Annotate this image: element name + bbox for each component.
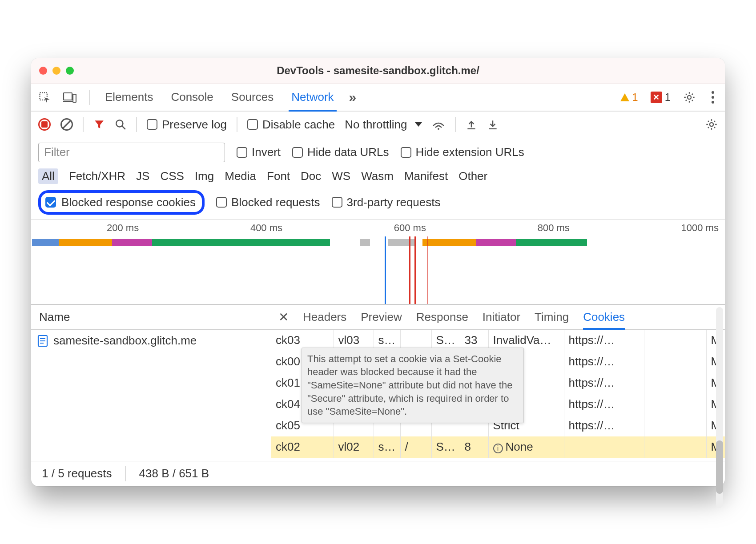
svg-point-7 xyxy=(438,128,439,130)
network-toolbar: Preserve log Disable cache No throttling xyxy=(31,112,725,138)
type-js[interactable]: JS xyxy=(136,169,149,183)
invert-checkbox[interactable]: Invert xyxy=(237,145,281,159)
upload-har-icon[interactable] xyxy=(466,119,477,130)
issues-warning-badge[interactable]: 1 xyxy=(619,91,638,104)
clear-button[interactable] xyxy=(60,118,73,131)
network-conditions-icon[interactable] xyxy=(432,119,445,130)
close-detail-button[interactable]: ✕ xyxy=(278,310,289,324)
scrollbar[interactable] xyxy=(716,307,723,486)
type-all[interactable]: All xyxy=(38,168,58,184)
scrollbar-thumb[interactable] xyxy=(716,440,723,486)
disable-cache-checkbox[interactable]: Disable cache xyxy=(247,118,335,132)
detail-tab-preview[interactable]: Preview xyxy=(361,305,402,329)
type-ws[interactable]: WS xyxy=(332,169,350,183)
tab-console[interactable]: Console xyxy=(168,84,216,111)
chevron-down-icon xyxy=(415,122,422,127)
svg-rect-1 xyxy=(64,93,72,100)
detail-tab-initiator[interactable]: Initiator xyxy=(483,305,520,329)
request-row[interactable]: samesite-sandbox.glitch.me xyxy=(31,330,271,352)
search-icon[interactable] xyxy=(115,119,126,130)
svg-point-5 xyxy=(116,120,123,127)
svg-point-10 xyxy=(710,123,713,126)
blocked-requests-checkbox[interactable]: Blocked requests xyxy=(216,196,320,209)
window-title: DevTools - samesite-sandbox.glitch.me/ xyxy=(31,64,725,77)
document-icon xyxy=(37,335,48,347)
timeline-ticks: 200 ms 400 ms 600 ms 800 ms 1000 ms xyxy=(31,222,719,234)
traffic-lights xyxy=(39,67,74,75)
svg-line-6 xyxy=(122,126,125,129)
status-bar: 1 / 5 requests 438 B / 651 B xyxy=(31,461,725,486)
dom-content-loaded-line xyxy=(385,236,386,304)
svg-rect-3 xyxy=(73,94,76,102)
record-button[interactable] xyxy=(38,118,51,131)
errors-badge[interactable]: ✕1 xyxy=(651,91,671,104)
blocked-response-cookies-checkbox[interactable]: Blocked response cookies xyxy=(38,190,205,215)
preserve-log-checkbox[interactable]: Preserve log xyxy=(147,118,227,132)
hide-extension-urls-checkbox[interactable]: Hide extension URLs xyxy=(401,145,524,159)
kebab-menu-icon[interactable] xyxy=(708,91,718,104)
device-toolbar-icon[interactable] xyxy=(63,92,76,103)
checkbox-checked-icon xyxy=(45,197,56,208)
divider xyxy=(89,90,90,105)
detail-tab-response[interactable]: Response xyxy=(416,305,468,329)
type-manifest[interactable]: Manifest xyxy=(404,169,448,183)
requests-list: Name samesite-sandbox.glitch.me xyxy=(31,305,271,461)
svg-point-4 xyxy=(688,95,691,99)
devtools-tabs: Elements Console Sources Network » 1 ✕1 xyxy=(31,84,725,112)
detail-tab-cookies[interactable]: Cookies xyxy=(583,305,625,329)
transfer-size: 438 B / 651 B xyxy=(139,467,209,480)
minimize-window-button[interactable] xyxy=(52,67,60,75)
inspect-element-icon[interactable] xyxy=(38,91,51,104)
tab-network[interactable]: Network xyxy=(289,84,336,111)
filter-icon[interactable] xyxy=(93,119,105,130)
cookie-row[interactable]: ck02vl02s…/S…8iNoneM. xyxy=(271,436,725,458)
window-titlebar: DevTools - samesite-sandbox.glitch.me/ xyxy=(31,58,725,84)
network-filter-bar: Filter Invert Hide data URLs Hide extens… xyxy=(31,138,725,220)
type-font[interactable]: Font xyxy=(267,169,290,183)
type-media[interactable]: Media xyxy=(225,169,256,183)
overview-bar-2 xyxy=(360,239,587,246)
type-doc[interactable]: Doc xyxy=(301,169,321,183)
maximize-window-button[interactable] xyxy=(66,67,74,75)
hide-data-urls-checkbox[interactable]: Hide data URLs xyxy=(292,145,389,159)
overview-bar-1 xyxy=(32,239,330,246)
third-party-requests-checkbox[interactable]: 3rd-party requests xyxy=(332,196,441,209)
type-other[interactable]: Other xyxy=(458,169,487,183)
close-window-button[interactable] xyxy=(39,67,47,75)
load-event-line xyxy=(409,236,410,304)
info-icon: i xyxy=(493,444,503,453)
type-wasm[interactable]: Wasm xyxy=(361,169,394,183)
tab-sources[interactable]: Sources xyxy=(229,84,276,111)
type-fetch[interactable]: Fetch/XHR xyxy=(69,169,125,183)
request-detail-pane: ✕ Headers Preview Response Initiator Tim… xyxy=(271,305,725,461)
download-har-icon[interactable] xyxy=(487,119,499,130)
request-name: samesite-sandbox.glitch.me xyxy=(53,334,197,348)
throttling-select[interactable]: No throttling xyxy=(345,118,422,132)
panel-settings-icon[interactable] xyxy=(705,118,718,131)
detail-tabs: ✕ Headers Preview Response Initiator Tim… xyxy=(271,305,725,330)
cookies-grid[interactable]: ck03vl03s…S…33InvalidVa…https://…M.ck00v… xyxy=(271,330,725,461)
type-css[interactable]: CSS xyxy=(160,169,184,183)
filter-input[interactable]: Filter xyxy=(38,143,225,162)
type-img[interactable]: Img xyxy=(195,169,214,183)
more-tabs-icon[interactable]: » xyxy=(349,90,357,105)
detail-tab-headers[interactable]: Headers xyxy=(303,305,346,329)
detail-tab-timing[interactable]: Timing xyxy=(535,305,569,329)
settings-icon[interactable] xyxy=(683,91,696,104)
blocked-cookie-tooltip: This attempt to set a cookie via a Set-C… xyxy=(302,348,524,423)
network-overview[interactable]: 200 ms 400 ms 600 ms 800 ms 1000 ms xyxy=(31,220,725,305)
resource-type-filters: All Fetch/XHR JS CSS Img Media Font Doc … xyxy=(38,168,718,184)
column-name-header[interactable]: Name xyxy=(31,305,271,330)
requests-count: 1 / 5 requests xyxy=(42,467,112,480)
tab-elements[interactable]: Elements xyxy=(102,84,156,111)
